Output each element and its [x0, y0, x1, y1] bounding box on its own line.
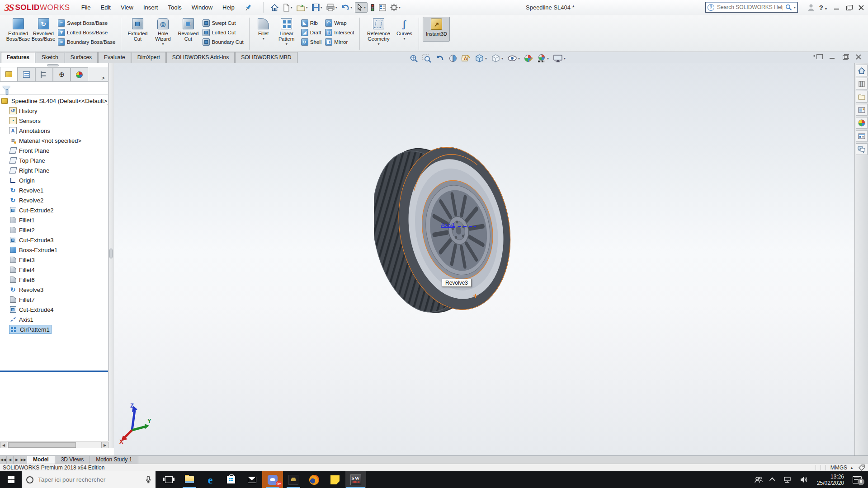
- tab-solidworks-addins[interactable]: SOLIDWORKS Add-Ins: [166, 52, 235, 63]
- tab-solidworks-mbd[interactable]: SOLIDWORKS MBD: [235, 52, 297, 63]
- hide-show-items-button[interactable]: ▾: [507, 54, 520, 63]
- rib-button[interactable]: Rib: [299, 19, 324, 27]
- file-properties-button[interactable]: [377, 3, 387, 12]
- revolved-cut-button[interactable]: Revolved Cut: [175, 17, 201, 46]
- graphics-viewport[interactable]: Axis1 Revolve3 Z Y X: [114, 63, 854, 455]
- scrollbar-thumb[interactable]: [8, 442, 76, 448]
- panel-vertical-splitter[interactable]: [108, 63, 114, 448]
- tree-item[interactable]: Fillet4: [0, 265, 108, 275]
- solidworks-forum-button[interactable]: [856, 143, 868, 155]
- taskbar-search-input[interactable]: [37, 476, 142, 483]
- custom-properties-button[interactable]: [856, 130, 868, 142]
- file-explorer-app[interactable]: [179, 471, 200, 488]
- menu-edit[interactable]: Edit: [96, 0, 116, 15]
- select-tool-button[interactable]: ▾: [355, 2, 368, 13]
- help-menu[interactable]: ? ▾: [819, 4, 827, 11]
- open-document-button[interactable]: ▾: [295, 3, 309, 13]
- tab-property-manager[interactable]: [18, 67, 35, 81]
- login-person-icon[interactable]: [807, 4, 815, 12]
- tree-item[interactable]: Revolve2: [0, 195, 108, 205]
- file-explorer-button[interactable]: [856, 91, 868, 103]
- intersect-button[interactable]: Intersect: [323, 28, 356, 37]
- tree-item[interactable]: Fillet1: [0, 215, 108, 225]
- minimize-button[interactable]: [834, 5, 840, 10]
- tree-item-selected[interactable]: CirPattern1: [0, 324, 108, 334]
- tree-filter-bar[interactable]: [0, 82, 108, 95]
- menu-insert[interactable]: Insert: [138, 0, 163, 15]
- view-orientation-button[interactable]: ▾: [475, 54, 487, 63]
- zoom-to-area-button[interactable]: [422, 54, 431, 63]
- swept-boss-base-button[interactable]: Swept Boss/Base: [56, 19, 117, 27]
- network-button[interactable]: [779, 471, 796, 488]
- taskbar-clock[interactable]: 13:26 25/02/2020: [812, 474, 849, 486]
- display-style-button[interactable]: ▾: [491, 54, 503, 63]
- tree-root-item[interactable]: Speedline SL404 (Default<<Default>_Displ…: [0, 96, 108, 106]
- extruded-cut-button[interactable]: Extruded Cut: [125, 17, 150, 46]
- appearances-scenes-button[interactable]: [856, 117, 868, 129]
- volume-button[interactable]: [796, 471, 812, 488]
- design-library-button[interactable]: [856, 78, 868, 89]
- tree-item[interactable]: Fillet6: [0, 275, 108, 285]
- tab-features[interactable]: Features: [1, 52, 35, 63]
- section-view-button[interactable]: [448, 54, 458, 63]
- tree-item[interactable]: Fillet7: [0, 295, 108, 305]
- close-button[interactable]: [859, 5, 864, 10]
- menu-window[interactable]: Window: [187, 0, 217, 15]
- people-button[interactable]: [750, 471, 767, 488]
- undo-button[interactable]: ▾: [340, 3, 354, 12]
- tag-icon[interactable]: [858, 465, 865, 471]
- tab-display-manager[interactable]: [71, 67, 88, 81]
- edge-app[interactable]: e: [200, 471, 221, 488]
- tab-surfaces[interactable]: Surfaces: [65, 52, 98, 63]
- fillet-button[interactable]: Fillet▾: [253, 17, 274, 41]
- swept-cut-button[interactable]: Swept Cut: [201, 19, 245, 27]
- store-app[interactable]: [221, 471, 241, 488]
- search-icon[interactable]: [785, 4, 792, 11]
- tree-item[interactable]: Front Plane: [0, 145, 108, 155]
- scroll-left-arrow[interactable]: ◀: [0, 442, 7, 448]
- 3d-drawing-view-button[interactable]: A: [462, 54, 471, 63]
- first-tab-button[interactable]: ◀◀: [0, 456, 7, 464]
- new-document-button[interactable]: ▾: [282, 3, 294, 13]
- menu-file[interactable]: File: [76, 0, 96, 15]
- boundary-boss-base-button[interactable]: Boundary Boss/Base: [56, 38, 117, 46]
- tree-item[interactable]: Origin: [0, 175, 108, 185]
- tree-item[interactable]: Material <not specified>: [0, 136, 108, 145]
- tree-item[interactable]: History: [0, 106, 108, 116]
- hole-wizard-button[interactable]: Hole Wizard▾: [150, 17, 175, 46]
- action-center-button[interactable]: 5: [849, 471, 868, 488]
- boundary-cut-button[interactable]: Boundary Cut: [201, 38, 245, 46]
- tree-item[interactable]: Fillet2: [0, 225, 108, 235]
- help-search-input[interactable]: [716, 4, 783, 11]
- task-view-button[interactable]: [158, 471, 179, 488]
- mail-app[interactable]: [241, 471, 262, 488]
- help-search-box[interactable]: ? ▾: [705, 2, 798, 13]
- scroll-right-arrow[interactable]: ▶: [101, 442, 108, 448]
- search-dropdown-icon[interactable]: ▾: [794, 5, 796, 9]
- rollback-bar[interactable]: [0, 371, 108, 372]
- panel-expand-arrow[interactable]: >: [98, 75, 108, 81]
- linear-pattern-button[interactable]: Linear Pattern▾: [274, 17, 299, 46]
- wrap-button[interactable]: Wrap: [323, 19, 356, 27]
- tree-item[interactable]: Right Plane: [0, 165, 108, 175]
- restore-button[interactable]: [846, 5, 852, 10]
- options-button[interactable]: ▾: [389, 3, 402, 12]
- pin-menu-icon[interactable]: [244, 4, 252, 12]
- wheel-model[interactable]: Axis1: [374, 138, 528, 321]
- firefox-app[interactable]: [304, 471, 325, 488]
- tree-item[interactable]: Axis1: [0, 314, 108, 324]
- tab-evaluate[interactable]: Evaluate: [98, 52, 131, 63]
- tab-featuremanager-tree[interactable]: [0, 67, 18, 81]
- apply-scene-button[interactable]: ▾: [537, 54, 549, 63]
- sticky-notes-app[interactable]: [325, 471, 345, 488]
- revolved-boss-base-button[interactable]: Revolved Boss/Base: [31, 17, 56, 46]
- taskbar-search[interactable]: [22, 471, 156, 488]
- rebuild-button[interactable]: [369, 3, 376, 13]
- tree-item[interactable]: Revolve1: [0, 185, 108, 195]
- home-button[interactable]: [269, 3, 280, 13]
- doc-close-button[interactable]: [856, 54, 862, 59]
- show-hidden-icons-button[interactable]: [767, 471, 779, 488]
- tree-item[interactable]: Cut-Extrude4: [0, 305, 108, 314]
- discord-app[interactable]: 9+: [262, 471, 283, 488]
- tree-item[interactable]: Revolve3: [0, 285, 108, 295]
